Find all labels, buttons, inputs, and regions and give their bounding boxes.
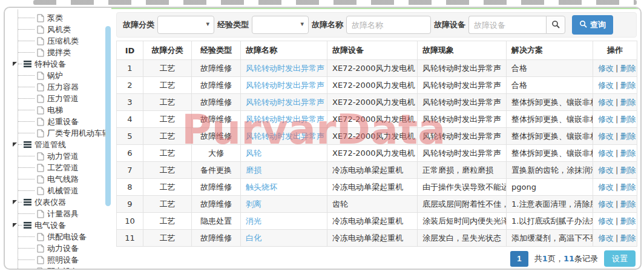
delete-link[interactable]: 删除 [620, 199, 636, 209]
delete-link[interactable]: 删除 [620, 132, 636, 141]
cell-solution: 1.以打底或刮腻子办法来阻止 [507, 213, 593, 230]
equipment-tree-sidebar: 泵类 风机类 压缩机类 搅拌类 特种设备 锅炉 压力容器 压力管道 电梯 起重设… [5, 8, 111, 269]
delete-link[interactable]: 删除 [620, 182, 636, 192]
fault-name-link[interactable]: 风轮转动时发出异常声 [246, 81, 324, 90]
tree-item[interactable]: 特种设备 [5, 58, 111, 70]
edit-link[interactable]: 修改 [598, 233, 614, 243]
cell-id: 10 [117, 213, 143, 230]
table-row: 2 工艺 故障维修 风轮转动时发出异常声 XE72-2000风力发电机 风轮转动… [117, 77, 637, 94]
edit-link[interactable]: 修改 [598, 182, 614, 192]
fault-name-link[interactable]: 磨损 [246, 166, 261, 175]
tree-item[interactable]: 动力管道 [5, 150, 111, 162]
tree-item[interactable]: 厂类专用机动车辆 [5, 127, 111, 139]
edit-link[interactable]: 修改 [598, 166, 614, 175]
delete-link[interactable]: 删除 [620, 216, 636, 226]
delete-link[interactable]: 删除 [620, 115, 636, 124]
cell-name: 风轮转动时发出异常声 [241, 128, 327, 145]
fault-name-input[interactable] [346, 16, 431, 34]
fault-name-link[interactable]: 风轮转动时发出异常声 [246, 64, 324, 73]
edit-link[interactable]: 修改 [598, 199, 614, 209]
cell-type: 故障维修 [192, 77, 241, 94]
sidebar-scrollbar[interactable] [105, 26, 111, 206]
fault-category-select[interactable] [157, 16, 214, 34]
cell-phenomenon: 涂层发白，呈失光状态 [418, 230, 507, 247]
cell-solution: 整体拆卸更换、镶嵌非标套、 [507, 94, 593, 111]
tree-item[interactable]: 锅炉 [5, 70, 111, 81]
edit-link[interactable]: 修改 [598, 132, 614, 141]
cell-phenomenon: 风轮转动时发出异常声 [418, 94, 507, 111]
cell-name: 风轮转动时发出异常声 [241, 94, 327, 111]
fault-name-link[interactable]: 白化 [246, 233, 261, 243]
list-icon [24, 222, 31, 229]
tree-item-label: 工艺管道 [47, 162, 79, 173]
tree-expand-toggle-icon[interactable] [13, 200, 17, 204]
delete-link[interactable]: 删除 [620, 166, 636, 175]
fault-name-link[interactable]: 剥离 [246, 199, 261, 209]
cell-phenomenon: 正常磨损，磨粒磨损 [418, 162, 507, 179]
tree-item[interactable]: 计量器具 [5, 208, 111, 219]
cell-type: 故障维修 [192, 111, 241, 128]
tree-expand-toggle-icon[interactable] [13, 62, 17, 66]
tree-expand-toggle-icon[interactable] [13, 142, 17, 147]
tree-item[interactable]: 电气设备 [5, 219, 111, 231]
fault-category-label: 故障分类 [123, 19, 154, 30]
page-number-button[interactable]: 1 [510, 251, 528, 267]
file-icon [37, 25, 44, 34]
fault-name-link[interactable]: 风轮转动时发出异常声 [246, 132, 324, 141]
edit-link[interactable]: 修改 [598, 98, 614, 107]
tree-item[interactable]: 照明设备 [5, 254, 111, 266]
tree-item-label: 搅拌类 [47, 47, 71, 58]
fault-name-link[interactable]: 触头烧坏 [246, 182, 277, 192]
delete-link[interactable]: 删除 [620, 149, 636, 158]
action-separator: | [616, 199, 618, 209]
tree-item[interactable]: 工艺管道 [5, 162, 111, 173]
tree-item[interactable]: 风机类 [5, 24, 111, 35]
edit-link[interactable]: 修改 [598, 81, 614, 90]
tree-item[interactable]: 机械管道 [5, 185, 111, 196]
edit-link[interactable]: 修改 [598, 115, 614, 124]
cell-type: 故障维修 [192, 196, 241, 213]
experience-type-select[interactable] [252, 16, 309, 34]
fault-device-input[interactable] [468, 16, 546, 34]
fault-name-link[interactable]: 风轮 [246, 149, 261, 158]
tree-item[interactable]: 压力容器 [5, 81, 111, 93]
delete-link[interactable]: 删除 [620, 64, 636, 73]
cell-solution: 1.注意表面清理，清除层间污染 [507, 196, 593, 213]
device-search-button[interactable] [546, 16, 565, 34]
tree-item[interactable]: 动力设备 [5, 243, 111, 254]
tree-expand-toggle-icon[interactable] [13, 223, 17, 227]
tree-item[interactable]: 压力管道 [5, 93, 111, 104]
tree-item[interactable]: 弱电设备 [5, 266, 111, 269]
delete-link[interactable]: 删除 [620, 233, 636, 243]
fault-name-link[interactable]: 风轮转动时发出异常声 [246, 115, 324, 124]
tree-item[interactable]: 电梯 [5, 104, 111, 116]
edit-link[interactable]: 修改 [598, 216, 614, 226]
cell-actions: 修改|删除 [593, 128, 637, 145]
cell-device: 冷冻电动单梁起重机 [327, 162, 418, 179]
delete-link[interactable]: 删除 [620, 98, 636, 107]
tree-item-label: 弱电设备 [47, 266, 79, 269]
tree-item[interactable]: 电气线路 [5, 173, 111, 185]
cell-name: 白化 [241, 230, 327, 247]
tree-item[interactable]: 压缩机类 [5, 35, 111, 47]
cell-phenomenon: 底层或层间附着性不佳，局部 [418, 196, 507, 213]
tree-item[interactable]: 泵类 [5, 12, 111, 24]
column-header-id: ID [117, 41, 143, 60]
tree-item[interactable]: 仪表仪器 [5, 196, 111, 208]
query-button[interactable]: 查询 [572, 15, 613, 35]
fault-name-link[interactable]: 消光 [246, 216, 261, 226]
settings-button[interactable]: 设置 [604, 250, 636, 267]
edit-link[interactable]: 修改 [598, 64, 614, 73]
tree-item[interactable]: 搅拌类 [5, 47, 111, 58]
tree-item[interactable]: 起重设备 [5, 116, 111, 127]
delete-link[interactable]: 删除 [620, 81, 636, 90]
tree-item[interactable]: 供配电设备 [5, 231, 111, 243]
action-separator: | [616, 182, 618, 192]
tree-item[interactable]: 管道管线 [5, 139, 111, 150]
file-icon [37, 256, 44, 264]
cell-id: 4 [117, 111, 143, 128]
cell-device: XE72-2000风力发电机 [327, 77, 418, 94]
fault-name-link[interactable]: 风轮转动时发出异常声 [246, 98, 324, 107]
edit-link[interactable]: 修改 [598, 149, 614, 158]
cell-actions: 修改|删除 [593, 196, 637, 213]
